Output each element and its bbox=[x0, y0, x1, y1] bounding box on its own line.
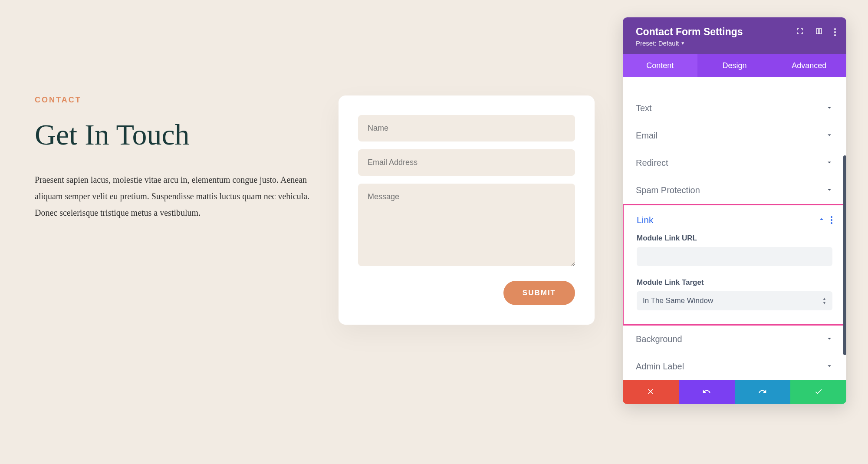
section-background-label: Background bbox=[636, 334, 682, 344]
section-background[interactable]: Background bbox=[623, 326, 846, 353]
undo-button[interactable] bbox=[679, 380, 735, 404]
module-link-target-value: In The Same Window bbox=[643, 296, 713, 305]
chevron-down-icon bbox=[825, 362, 833, 372]
expand-icon[interactable] bbox=[796, 26, 804, 38]
chevron-down-icon bbox=[825, 335, 833, 344]
undo-icon bbox=[702, 387, 711, 398]
check-icon bbox=[814, 387, 823, 398]
redo-icon bbox=[758, 387, 767, 398]
section-text[interactable]: Text bbox=[623, 95, 846, 122]
module-link-target-label: Module Link Target bbox=[637, 278, 832, 287]
close-icon bbox=[646, 387, 655, 398]
chevron-down-icon: ▼ bbox=[681, 41, 685, 46]
message-field[interactable] bbox=[358, 184, 575, 266]
tab-advanced[interactable]: Advanced bbox=[772, 54, 846, 77]
section-spam-label: Spam Protection bbox=[636, 185, 700, 195]
chevron-down-icon bbox=[825, 186, 833, 195]
section-link-header[interactable]: Link bbox=[624, 205, 845, 230]
select-arrows-icon: ▲▼ bbox=[822, 297, 826, 305]
section-admin[interactable]: Admin Label bbox=[623, 353, 846, 380]
section-redirect-label: Redirect bbox=[636, 158, 668, 168]
preset-selector[interactable]: Preset: Default ▼ bbox=[636, 39, 685, 47]
settings-panel: Contact Form Settings Preset: Default ▼ … bbox=[623, 17, 846, 404]
name-field[interactable] bbox=[358, 115, 575, 142]
save-button[interactable] bbox=[790, 380, 846, 404]
more-icon[interactable] bbox=[834, 28, 836, 36]
section-link-label: Link bbox=[637, 215, 654, 225]
module-link-url-input[interactable] bbox=[637, 247, 832, 266]
section-email-label: Email bbox=[636, 131, 658, 141]
chevron-down-icon bbox=[825, 131, 833, 141]
chevron-up-icon bbox=[818, 215, 825, 225]
chevron-down-icon bbox=[825, 158, 833, 168]
section-text-label: Text bbox=[636, 103, 652, 113]
submit-button[interactable]: SUBMIT bbox=[503, 281, 575, 305]
chevron-down-icon bbox=[825, 104, 833, 113]
tab-content[interactable]: Content bbox=[623, 54, 697, 77]
section-email[interactable]: Email bbox=[623, 122, 846, 149]
redo-button[interactable] bbox=[735, 380, 791, 404]
module-link-target-select[interactable]: In The Same Window ▲▼ bbox=[637, 291, 832, 310]
tab-design[interactable]: Design bbox=[697, 54, 772, 77]
more-icon[interactable] bbox=[831, 216, 832, 224]
columns-icon[interactable] bbox=[815, 26, 823, 38]
scrollbar[interactable] bbox=[843, 155, 846, 355]
panel-header: Contact Form Settings Preset: Default ▼ bbox=[623, 17, 846, 54]
cancel-button[interactable] bbox=[623, 380, 679, 404]
contact-form-card: SUBMIT bbox=[339, 95, 595, 325]
module-link-url-label: Module Link URL bbox=[637, 234, 832, 243]
panel-title-text: Contact Form Settings bbox=[636, 26, 743, 38]
section-admin-label: Admin Label bbox=[636, 362, 684, 372]
email-field[interactable] bbox=[358, 149, 575, 176]
section-redirect[interactable]: Redirect bbox=[623, 149, 846, 177]
page-body-text: Praesent sapien lacus, molestie vitae ar… bbox=[35, 171, 312, 221]
contact-eyebrow: CONTACT bbox=[35, 95, 312, 105]
section-spam[interactable]: Spam Protection bbox=[623, 177, 846, 204]
page-title: Get In Touch bbox=[35, 118, 312, 152]
section-link: Link Module Link URL Module Link Target … bbox=[623, 204, 846, 326]
